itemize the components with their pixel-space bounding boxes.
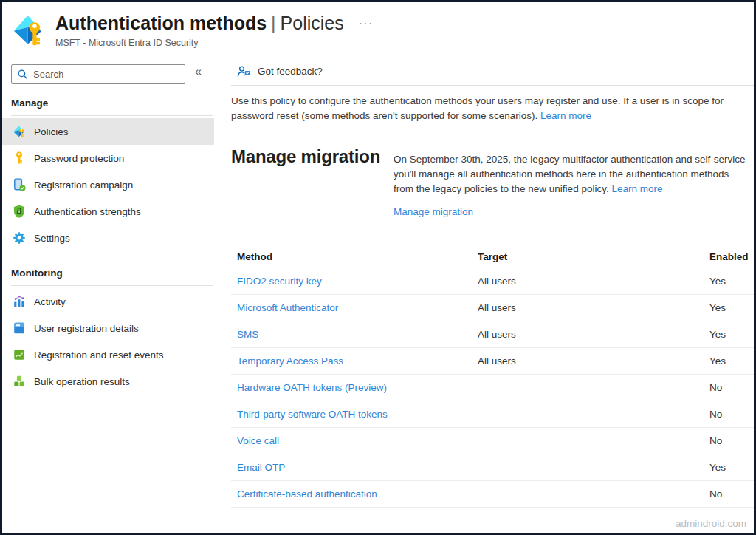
migration-description-line1: On September 30th, 2025, the legacy mult… — [394, 152, 754, 167]
phone-check-icon — [13, 178, 26, 191]
page-title-primary: Authentication methods — [55, 13, 267, 33]
sidebar-item-label: Bulk operation results — [34, 376, 130, 387]
collapse-sidebar-icon[interactable]: « — [195, 65, 202, 78]
column-header-enabled: Enabled — [709, 251, 754, 262]
table-row: Certificate-based authentication No — [231, 481, 754, 508]
policy-description-line2: password reset (some methods aren't supp… — [231, 110, 537, 121]
key-icon — [13, 151, 26, 165]
method-link[interactable]: Certificate-based authentication — [231, 488, 377, 500]
toolbar-divider — [231, 85, 754, 86]
sidebar-item-label: User registration details — [34, 323, 139, 334]
table-row: FIDO2 security key All users Yes — [231, 268, 754, 295]
table-row: Microsoft Authenticator All users Yes — [231, 295, 754, 321]
sidebar-item-policies[interactable]: Policies — [2, 118, 214, 145]
sidebar-item-label: Policies — [34, 126, 69, 137]
method-link[interactable]: Third-party software OATH tokens — [231, 409, 388, 420]
section-heading-manage: Manage — [11, 98, 224, 109]
column-header-method: Method — [231, 251, 478, 262]
enabled-cell: No — [709, 382, 754, 393]
enabled-cell: No — [709, 488, 754, 500]
got-feedback-label: Got feedback? — [258, 66, 323, 77]
enabled-cell: Yes — [709, 302, 754, 313]
section-divider — [11, 285, 213, 286]
table-row: Temporary Access Pass All users Yes — [231, 348, 754, 375]
cubes-icon — [13, 375, 26, 388]
watermark: admindroid.com — [676, 518, 746, 529]
sidebar-item-label: Settings — [34, 233, 70, 244]
target-cell: All users — [478, 276, 709, 287]
sidebar-item-label: Registration and reset events — [34, 350, 164, 361]
learn-more-link[interactable]: Learn more — [540, 110, 591, 121]
authentication-methods-table: Method Target Enabled FIDO2 security key… — [231, 246, 754, 508]
migration-description-line3: from the legacy policies to the new unif… — [394, 183, 609, 194]
enabled-cell: No — [709, 435, 754, 446]
method-link[interactable]: Temporary Access Pass — [231, 355, 343, 367]
entra-security-icon — [12, 13, 46, 47]
got-feedback-button[interactable]: Got feedback? — [237, 65, 323, 78]
sidebar-item-label: Authentication strengths — [34, 206, 141, 217]
notebook-icon — [13, 321, 26, 335]
feedback-person-icon — [237, 65, 251, 78]
manage-migration-heading: Manage migration — [231, 146, 380, 167]
column-header-target: Target — [478, 251, 709, 262]
bar-chart-icon — [13, 295, 26, 308]
page-title-secondary: Policies — [281, 13, 344, 33]
sidebar-item-label: Activity — [34, 296, 66, 307]
gear-icon — [13, 231, 26, 245]
sidebar-item-activity[interactable]: Activity — [2, 288, 214, 315]
target-cell: All users — [478, 355, 709, 367]
table-row: Hardware OATH tokens (Preview) No — [231, 375, 754, 401]
policy-description: Use this policy to configure the authent… — [231, 94, 754, 123]
learn-more-link[interactable]: Learn more — [611, 183, 662, 194]
sidebar-search[interactable] — [11, 64, 185, 84]
method-link[interactable]: SMS — [231, 329, 258, 340]
enabled-cell: Yes — [709, 276, 754, 287]
enabled-cell: Yes — [709, 462, 754, 473]
enabled-cell: Yes — [709, 355, 754, 367]
tenant-subtitle: MSFT - Microsoft Entra ID Security — [55, 38, 344, 48]
migration-description: On September 30th, 2025, the legacy mult… — [394, 152, 754, 197]
method-link[interactable]: Voice call — [231, 435, 279, 446]
sidebar-item-label: Registration campaign — [34, 180, 133, 191]
enabled-cell: Yes — [709, 329, 754, 340]
method-link[interactable]: FIDO2 security key — [231, 276, 322, 287]
sidebar-nav: Manage Policies — [2, 91, 224, 395]
search-icon — [17, 69, 28, 80]
sidebar-item-registration-campaign[interactable]: Registration campaign — [2, 171, 214, 198]
report-icon — [13, 348, 26, 361]
policy-description-line1: Use this policy to configure the authent… — [231, 94, 754, 109]
method-link[interactable]: Microsoft Authenticator — [231, 302, 338, 313]
search-input[interactable] — [33, 69, 179, 80]
migration-description-line2: you'll manage all authentication methods… — [394, 167, 754, 182]
page-title: Authentication methods|Policies MSFT - M… — [55, 12, 344, 48]
method-link[interactable]: Email OTP — [231, 462, 285, 473]
table-row: SMS All users Yes — [231, 321, 754, 348]
target-cell: All users — [478, 329, 709, 340]
sidebar-item-user-registration-details[interactable]: User registration details — [2, 315, 214, 341]
table-row: Email OTP Yes — [231, 454, 754, 481]
table-row: Third-party software OATH tokens No — [231, 401, 754, 428]
more-menu-icon[interactable]: ··· — [359, 16, 374, 30]
sidebar-item-label: Password protection — [34, 153, 124, 164]
table-header-row: Method Target Enabled — [231, 246, 754, 268]
entra-security-icon — [13, 125, 26, 138]
target-cell: All users — [478, 302, 709, 313]
section-divider — [11, 115, 213, 116]
enabled-cell: No — [709, 409, 754, 420]
sidebar-item-bulk-operation-results[interactable]: Bulk operation results — [2, 368, 214, 395]
sidebar-item-authentication-strengths[interactable]: Authentication strengths — [2, 198, 214, 225]
method-link[interactable]: Hardware OATH tokens (Preview) — [231, 382, 387, 393]
sidebar-item-password-protection[interactable]: Password protection — [2, 145, 214, 171]
sidebar-item-registration-and-reset-events[interactable]: Registration and reset events — [2, 341, 214, 368]
manage-migration-link[interactable]: Manage migration — [394, 206, 473, 217]
table-row: Voice call No — [231, 428, 754, 454]
section-heading-monitoring: Monitoring — [11, 268, 224, 279]
sidebar-item-settings[interactable]: Settings — [2, 225, 214, 251]
entra-authentication-methods-page: Authentication methods|Policies MSFT - M… — [0, 0, 756, 535]
shield-lock-icon — [13, 205, 26, 218]
page-title-separator: | — [267, 13, 281, 33]
